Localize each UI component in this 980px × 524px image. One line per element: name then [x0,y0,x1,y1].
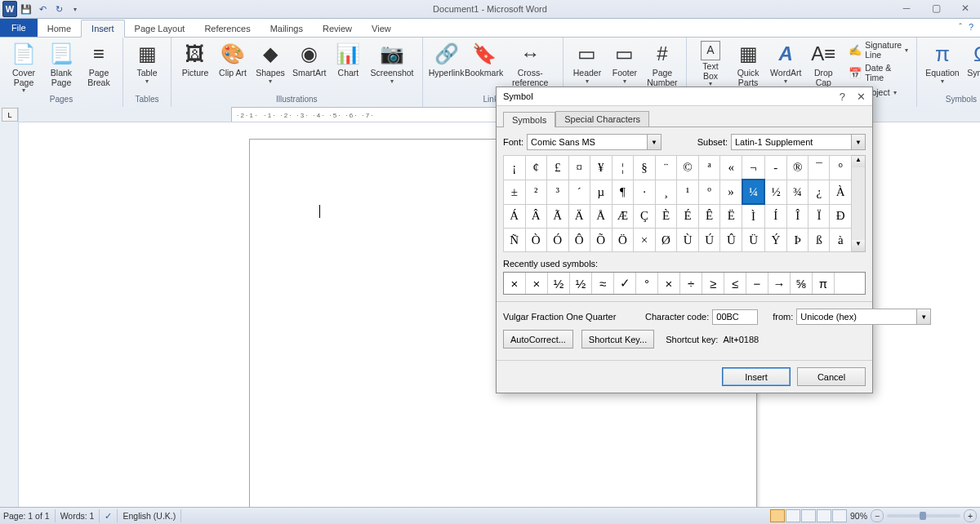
print-layout-view-icon[interactable] [770,509,785,522]
symbol-cell[interactable]: É [677,204,699,229]
recent-symbol-cell[interactable]: ≈ [592,273,614,294]
symbol-cell[interactable]: Á [504,204,526,229]
bookmark-button[interactable]: 🔖Bookmark [466,39,503,80]
help-icon[interactable]: ? [969,22,973,32]
recent-symbol-cell[interactable]: ° [636,273,658,294]
autocorrect-button[interactable]: AutoCorrect... [503,330,573,349]
symbol-cell[interactable]: ¬ [742,156,765,180]
symbol-cell[interactable]: ® [786,156,808,180]
symbol-cell[interactable]: ¯ [808,156,830,180]
symbol-cell[interactable]: Ê [698,204,720,229]
symbol-cell[interactable]: µ [590,180,612,204]
symbol-cell[interactable]: ¸ [655,180,677,204]
status-language[interactable]: English (U.K.) [122,511,176,521]
symbol-button[interactable]: ΩSymbol [963,39,980,87]
symbol-cell[interactable]: ° [830,156,852,180]
symbol-cell[interactable]: Ä [568,204,590,229]
dialog-close-icon[interactable]: ✕ [857,91,866,103]
fullscreen-view-icon[interactable] [786,509,800,522]
cover-page-button[interactable]: 📄Cover Page [5,39,42,96]
file-tab[interactable]: File [0,19,38,37]
shortcut-key-button[interactable]: Shortcut Key... [581,330,654,349]
symbol-cell[interactable]: « [720,156,742,180]
symbol-cell[interactable]: Ù [677,229,699,252]
symbol-cell[interactable]: Ø [655,229,677,252]
symbol-cell[interactable]: Í [764,204,786,229]
symbol-cell[interactable]: Ò [525,229,547,252]
tab-review[interactable]: Review [313,20,362,37]
recent-symbol-cell[interactable]: − [746,273,768,294]
minimize-ribbon-icon[interactable]: ˆ [959,22,962,32]
symbol-cell[interactable]: Ó [547,229,569,252]
symbol-cell[interactable]: ¦ [612,156,634,180]
zoom-out-button[interactable]: − [871,509,884,522]
symbol-cell[interactable]: ´ [568,180,590,204]
symbol-cell[interactable]: à [830,229,852,252]
symbol-cell[interactable]: × [634,229,655,252]
symbol-cell[interactable]: Û [720,229,742,252]
recent-symbol-cell[interactable]: ≤ [724,273,746,294]
close-button[interactable]: ✕ [954,2,977,15]
crossref-button[interactable]: ↔Cross-reference [503,39,558,89]
symbol-cell[interactable]: · [634,180,655,204]
insert-button[interactable]: Insert [722,367,791,386]
header-button[interactable]: ▭Header [568,39,606,87]
chart-button[interactable]: 📊Chart [329,39,367,80]
wordart-button[interactable]: AWordArt [767,39,804,87]
symbol-cell[interactable]: ² [525,180,547,204]
symbol-cell[interactable]: Æ [612,204,634,229]
recent-symbol-cell[interactable]: → [768,273,791,294]
outline-view-icon[interactable] [817,509,831,522]
symbol-cell[interactable]: ½ [764,180,786,204]
symbol-cell[interactable]: Ï [808,204,830,229]
symbol-cell[interactable]: Î [786,204,808,229]
blank-page-button[interactable]: 📃Blank Page [42,39,80,89]
view-buttons[interactable] [770,509,847,522]
clipart-button[interactable]: 🎨Clip Art [214,39,252,80]
dialog-titlebar[interactable]: Symbol ? ✕ [497,87,872,106]
zoom-slider[interactable] [887,514,960,517]
hyperlink-button[interactable]: 🔗Hyperlink [428,39,466,80]
recent-symbol-cell[interactable]: ⅝ [791,273,813,294]
from-input[interactable] [797,312,916,322]
recent-symbols-grid[interactable]: ××½½≈✓°×÷≥≤−→⅝π [503,272,866,295]
tab-mailings[interactable]: Mailings [261,20,313,37]
subset-combo[interactable]: ▼ [731,134,866,150]
symbol-cell[interactable]: È [655,204,677,229]
symbol-cell[interactable]: Ý [764,229,786,252]
symbol-cell[interactable]: ¶ [612,180,634,204]
proofing-icon[interactable]: ✓ [105,511,112,521]
symbol-cell[interactable]: Ô [568,229,590,252]
symbol-cell[interactable]: Ã [547,204,569,229]
footer-button[interactable]: ▭Footer [606,39,644,87]
symbol-cell[interactable]: ¡ [504,156,526,180]
symbol-cell[interactable]: ª [698,156,720,180]
symbol-cell[interactable]: © [677,156,699,180]
tab-references[interactable]: References [194,20,260,37]
shapes-button[interactable]: ◆Shapes [252,39,289,87]
symbol-cell[interactable]: ³ [547,180,569,204]
symbol-cell[interactable]: Â [525,204,547,229]
cancel-button[interactable]: Cancel [797,367,866,386]
status-words[interactable]: Words: 1 [60,511,95,521]
picture-button[interactable]: 🖼Picture [176,39,214,80]
screenshot-button[interactable]: 📷Screenshot [367,39,416,87]
symbol-cell[interactable]: Þ [786,229,808,252]
symbol-cell[interactable]: Å [590,204,612,229]
symbol-cell[interactable]: ¼ [742,180,765,204]
symbol-cell[interactable]: ¢ [525,156,547,180]
symbol-cell[interactable]: § [634,156,655,180]
tab-insert[interactable]: Insert [81,20,125,38]
symbol-scrollbar[interactable]: ▲ ▼ [852,155,866,252]
symbol-cell[interactable]: ¿ [808,180,830,204]
maximize-button[interactable]: ▢ [924,2,947,15]
symbol-cell[interactable]: º [698,180,720,204]
recent-symbol-cell[interactable]: π [813,273,835,294]
vertical-ruler[interactable] [0,107,19,508]
chevron-down-icon[interactable]: ▼ [647,135,661,149]
recent-symbol-cell[interactable]: × [504,273,526,294]
chevron-down-icon[interactable]: ▼ [916,309,930,324]
dialog-help-icon[interactable]: ? [840,91,845,103]
tab-special-characters[interactable]: Special Characters [555,111,649,127]
signature-button[interactable]: ✍Signature Line [845,39,911,60]
